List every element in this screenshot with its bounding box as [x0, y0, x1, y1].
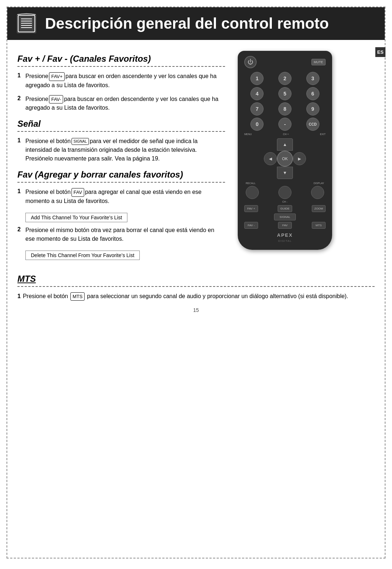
- fav-plus-button[interactable]: FAV +: [244, 205, 258, 212]
- left-column: Fav + / Fav - (Canales Favoritos) 1 Pres…: [7, 47, 232, 264]
- signal-button[interactable]: SIGNAL: [274, 214, 296, 220]
- mts-section-title: MTS: [17, 274, 36, 284]
- vol-labels: RECALL DISPLAY: [241, 182, 328, 184]
- btn-6[interactable]: 6: [306, 87, 319, 100]
- nav-top-labels: MENU CH + EXIT: [241, 133, 328, 135]
- btn-1[interactable]: 1: [250, 72, 264, 85]
- fav-agregar-text-2: Presione el mismo botón otra vez para bo…: [25, 226, 225, 243]
- page-header: Descripción general del control remoto: [7, 7, 385, 40]
- right-column: ⏻ MUTE 1 2 3 4 5 6 7 8 9 0: [232, 47, 345, 264]
- ok-button[interactable]: OK: [277, 151, 293, 167]
- dpad-middle-row: ◀ OK ▶: [264, 151, 306, 167]
- fav-agregar-text-1: Presione el botónFAVpara agregar el cana…: [25, 188, 225, 206]
- dpad-right[interactable]: ▶: [293, 152, 306, 165]
- power-icon: ⏻: [248, 59, 253, 65]
- fav-agregar-num-2: 2: [17, 226, 24, 243]
- bottom-row-signal: SIGNAL: [241, 214, 328, 220]
- btn-9[interactable]: 9: [306, 102, 319, 115]
- recall-button[interactable]: [246, 186, 259, 199]
- remote-top-row: ⏻ MUTE: [241, 56, 328, 68]
- fav-section-title: Fav + / Fav - (Canales Favoritos): [17, 54, 151, 64]
- dpad-bottom-row: ▼: [264, 167, 306, 179]
- btn-4[interactable]: 4: [250, 87, 264, 100]
- ch-minus-label: CH -: [282, 200, 287, 203]
- fav-minus-btn: FAV-: [49, 95, 63, 104]
- mute-label: MUTE: [314, 60, 323, 64]
- recall-display-row: [241, 186, 328, 199]
- btn-8[interactable]: 8: [278, 102, 291, 115]
- senal-section: Señal 1 Presione el botónSIGNALpara ver …: [17, 119, 225, 163]
- fav-divider: [17, 66, 225, 67]
- fav-agregar-section: Fav (Agregar y borrar canales favoritos)…: [17, 170, 225, 264]
- delete-channel-screen: Delete This Channel From Your Favorite’s…: [25, 251, 140, 260]
- language-tab: ES: [375, 47, 385, 57]
- senal-num-1: 1: [17, 137, 24, 163]
- senal-text-1: Presione el botónSIGNALpara ver el medid…: [25, 137, 225, 163]
- page-border: ES Descripción general del control remot…: [7, 7, 385, 558]
- senal-section-title: Señal: [17, 119, 41, 129]
- brand-sub: DIGITAL: [241, 239, 328, 243]
- btn-3[interactable]: 3: [306, 72, 319, 85]
- senal-item-1: 1 Presione el botónSIGNALpara ver el med…: [17, 137, 225, 163]
- item-num-2: 2: [17, 95, 24, 113]
- fav-text-2: PresioneFAV-para buscar en orden descend…: [25, 95, 225, 113]
- btn-0[interactable]: 0: [250, 118, 264, 131]
- exit-label: EXIT: [320, 133, 326, 135]
- fav-agregar-divider: [17, 182, 225, 183]
- fav-item-1: 1 PresioneFAV+para buscar en orden ascen…: [17, 72, 225, 90]
- main-content: Fav + / Fav - (Canales Favoritos) 1 Pres…: [7, 40, 385, 271]
- fav-agregar-num-1: 1: [17, 188, 24, 206]
- add-channel-screen: Add This Channel To Your Favorite’s List: [25, 213, 127, 222]
- dpad-area: ▲ ◀ OK ▶ ▼: [241, 138, 328, 179]
- item-num-1: 1: [17, 72, 24, 90]
- bottom-row-1: FAV + GUIDE ZOOM: [241, 205, 328, 212]
- remote-bottom: FAV + GUIDE ZOOM SIGNAL FAV - FAV MTS: [241, 205, 328, 229]
- fav-button[interactable]: FAV: [278, 222, 292, 229]
- mts-section: MTS 1 Presione el botón MTS para selecci…: [7, 274, 385, 301]
- middle-button-1[interactable]: [278, 186, 291, 199]
- mts-button[interactable]: MTS: [312, 222, 326, 229]
- fav-item-2: 2 PresioneFAV-para buscar en orden desce…: [17, 95, 225, 113]
- brand-name: APEX: [277, 232, 293, 238]
- btn-5[interactable]: 5: [278, 87, 291, 100]
- mts-btn-inline: MTS: [70, 292, 85, 301]
- guide-button[interactable]: GUIDE: [278, 205, 292, 212]
- page-number: 15: [7, 301, 385, 317]
- senal-divider: [17, 131, 225, 132]
- display-button[interactable]: [311, 186, 324, 199]
- fav-agregar-title: Fav (Agregar y borrar canales favoritos): [17, 170, 183, 180]
- recall-label: RECALL: [246, 182, 256, 184]
- power-button[interactable]: ⏻: [244, 56, 257, 68]
- fav-agregar-item-1: 1 Presione el botónFAVpara agregar el ca…: [17, 188, 225, 206]
- dpad-top-row: ▲: [264, 138, 306, 151]
- remote-control: ⏻ MUTE 1 2 3 4 5 6 7 8 9 0: [238, 51, 332, 250]
- bottom-row-2: FAV - FAV MTS: [241, 222, 328, 229]
- mute-button[interactable]: MUTE: [311, 59, 326, 65]
- fav-text-1: PresioneFAV+para buscar en orden ascende…: [25, 72, 225, 90]
- dpad-left[interactable]: ◀: [264, 152, 277, 165]
- page-title: Descripción general del control remoto: [45, 15, 329, 32]
- btn-dash[interactable]: -: [278, 118, 291, 131]
- mts-num: 1: [17, 292, 21, 301]
- display-label: DISPLAY: [314, 182, 324, 184]
- menu-label: MENU: [244, 133, 252, 135]
- btn-2[interactable]: 2: [278, 72, 291, 85]
- fav-plus-btn: FAV+: [49, 72, 65, 81]
- ch-minus-labels: CH -: [241, 200, 328, 203]
- number-grid: 1 2 3 4 5 6 7 8 9 0 - CCD: [241, 72, 328, 131]
- dpad-up[interactable]: ▲: [277, 138, 293, 151]
- fav-btn-inline: FAV: [72, 188, 85, 197]
- btn-7[interactable]: 7: [250, 102, 264, 115]
- fav-agregar-item-2: 2 Presione el mismo botón otra vez para …: [17, 226, 225, 243]
- fav-section: Fav + / Fav - (Canales Favoritos) 1 Pres…: [17, 54, 225, 112]
- mts-item-1: 1 Presione el botón MTS para seleccionar…: [17, 292, 375, 301]
- dpad-down[interactable]: ▼: [277, 167, 293, 179]
- manual-icon: [14, 11, 39, 36]
- apex-logo: APEX: [241, 232, 328, 238]
- zoom-button[interactable]: ZOOM: [312, 205, 326, 212]
- mts-divider: [17, 286, 375, 287]
- btn-ccd[interactable]: CCD: [306, 118, 319, 131]
- fav-minus-button[interactable]: FAV -: [244, 222, 258, 229]
- ch-plus-label: CH +: [283, 133, 289, 135]
- signal-btn: SIGNAL: [72, 138, 89, 145]
